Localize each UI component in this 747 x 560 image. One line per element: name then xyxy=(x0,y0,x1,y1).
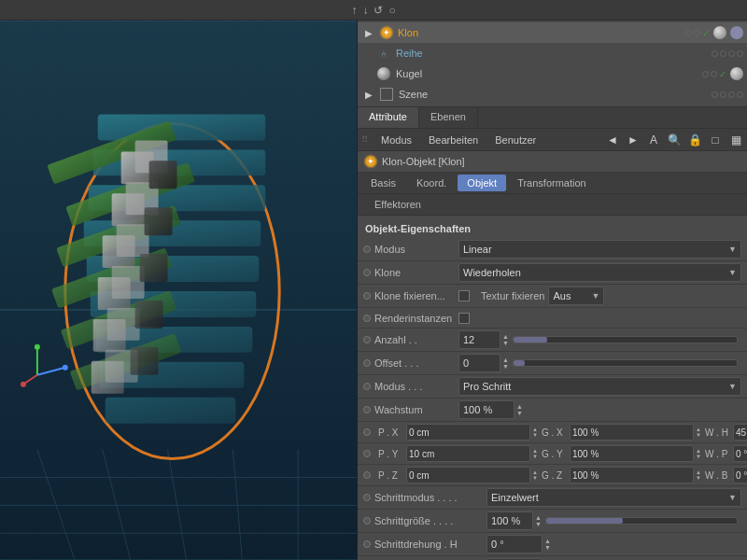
textur-select[interactable]: Aus ▼ xyxy=(548,287,604,305)
svg-rect-25 xyxy=(112,266,145,299)
toolbar-modus[interactable]: Modus xyxy=(375,133,417,147)
wp-input[interactable] xyxy=(733,445,747,462)
anzahl-up[interactable]: ▲ xyxy=(502,333,509,340)
prop-fixieren-row: Klone fixieren... Textur fixieren Aus ▼ xyxy=(358,285,747,308)
schrittmodus-value: Einzelwert xyxy=(491,492,539,503)
check-icon: ✓ xyxy=(702,28,710,38)
forward-icon[interactable]: ► xyxy=(626,133,641,147)
prop-klone: Klone Wiederholen ▼ xyxy=(358,261,747,285)
top-icon-up[interactable]: ↑ xyxy=(351,4,357,17)
sub-tab-effektoren[interactable]: Effektoren xyxy=(365,196,430,213)
obj-header-title: Klon-Objekt [Klon] xyxy=(382,156,465,167)
py-cell: P . Y ▲ ▼ xyxy=(378,445,538,462)
schrittdrehung-h-dot xyxy=(363,540,371,548)
klone-select[interactable]: Wiederholen ▼ xyxy=(458,263,741,282)
wachstum-up[interactable]: ▲ xyxy=(516,403,523,410)
prop-py-row: P . Y ▲ ▼ G . Y ▲ ▼ xyxy=(358,443,747,465)
offset-input[interactable] xyxy=(458,354,500,372)
wb-input[interactable] xyxy=(733,467,747,483)
schrittgroesse-slider[interactable] xyxy=(545,517,738,525)
svg-point-38 xyxy=(63,365,68,371)
pz-down[interactable]: ▼ xyxy=(532,475,538,481)
prop-schrittmodus: Schrittmodus . . . . Einzelwert ▼ xyxy=(358,486,747,510)
modus-select[interactable]: Linear ▼ xyxy=(458,240,741,259)
right-panel: ▶ ✦ Klon ✓ ⑃ Reihe xyxy=(358,21,747,560)
schrittmodus-select[interactable]: Einzelwert ▼ xyxy=(486,488,741,507)
wachstum-down[interactable]: ▼ xyxy=(516,410,523,416)
kugel-dots: ✓ xyxy=(702,67,743,80)
lock-icon[interactable]: 🔒 xyxy=(687,133,702,147)
svg-rect-30 xyxy=(149,161,177,189)
gy-input[interactable] xyxy=(570,445,694,462)
px-input[interactable] xyxy=(406,424,530,441)
tree-item-kugel[interactable]: Kugel ✓ xyxy=(358,63,747,84)
wh-input[interactable] xyxy=(733,424,747,441)
prop-schrittdrehung-p: Schrittdrehung . P ▲ ▼ xyxy=(358,556,747,560)
offset-slider[interactable] xyxy=(513,359,738,367)
main-tabs: Attribute Ebenen xyxy=(358,107,747,129)
wachstum-input[interactable] xyxy=(458,400,514,419)
search-icon[interactable]: 🔍 xyxy=(667,133,682,147)
szene-expand-icon: ▶ xyxy=(361,87,376,102)
sub-tab-koord[interactable]: Koord. xyxy=(407,175,456,191)
top-icon-circle[interactable]: ○ xyxy=(388,4,395,17)
sub-tab-objekt[interactable]: Objekt xyxy=(458,175,506,191)
schrittdrehung-h-input[interactable] xyxy=(486,535,543,553)
gy-down[interactable]: ▼ xyxy=(696,454,701,459)
tab-attribute[interactable]: Attribute xyxy=(358,107,419,128)
modus-arrow: ▼ xyxy=(728,245,737,254)
anzahl-input[interactable] xyxy=(458,330,500,349)
schrittgroesse-slider-fill xyxy=(546,518,623,524)
schrittgroesse-input[interactable] xyxy=(486,511,533,530)
anzahl-label: Anzahl . . xyxy=(374,334,458,345)
gx-input[interactable] xyxy=(570,424,694,441)
top-icon-refresh[interactable]: ↺ xyxy=(374,4,383,17)
reihe-icon: ⑃ xyxy=(376,46,391,61)
pz-input[interactable] xyxy=(406,467,530,483)
szene-icon xyxy=(379,87,394,102)
tree-item-klon[interactable]: ▶ ✦ Klon ✓ xyxy=(358,22,747,43)
gz-input[interactable] xyxy=(570,467,694,483)
prop-modus: Modus Linear ▼ xyxy=(358,238,747,261)
schrittdrehung-h-up[interactable]: ▲ xyxy=(544,538,551,544)
px-down[interactable]: ▼ xyxy=(532,432,538,438)
attr-toolbar: ⠿ Modus Bearbeiten Benutzer ◄ ► A 🔍 🔒 □ … xyxy=(358,129,747,151)
top-icon-down[interactable]: ↓ xyxy=(362,4,368,17)
schrittmodus-dot xyxy=(363,494,371,501)
gz-down[interactable]: ▼ xyxy=(696,475,701,481)
renderinstanzen-check[interactable] xyxy=(458,313,470,324)
pz-cell: P . Z ▲ ▼ xyxy=(378,467,538,483)
gx-label: G . X xyxy=(542,427,568,438)
home-icon[interactable]: A xyxy=(646,133,661,147)
modus2-arrow: ▼ xyxy=(728,382,737,391)
offset-up[interactable]: ▲ xyxy=(502,357,509,363)
schrittgroesse-up[interactable]: ▲ xyxy=(535,514,542,521)
sub-tab-transformation[interactable]: Transformation xyxy=(508,175,596,191)
3d-viewport[interactable] xyxy=(0,21,358,560)
back-icon[interactable]: ◄ xyxy=(605,133,620,147)
layout-icon1[interactable]: □ xyxy=(708,133,723,147)
schrittdrehung-h-down[interactable]: ▼ xyxy=(544,544,551,551)
px-arrows: ▲ ▼ xyxy=(532,427,538,438)
anzahl-down[interactable]: ▼ xyxy=(502,340,509,346)
tab-ebenen[interactable]: Ebenen xyxy=(419,107,478,128)
kugel-sphere xyxy=(730,67,743,80)
layout-icon2[interactable]: ▦ xyxy=(728,133,743,147)
modus2-select[interactable]: Pro Schritt ▼ xyxy=(458,377,741,396)
tree-item-szene[interactable]: ▶ Szene xyxy=(358,84,747,105)
sub-tab-basis[interactable]: Basis xyxy=(361,175,405,191)
anzahl-slider[interactable] xyxy=(513,336,738,343)
py-down[interactable]: ▼ xyxy=(532,454,538,459)
schrittgroesse-down[interactable]: ▼ xyxy=(535,521,542,527)
gx-down[interactable]: ▼ xyxy=(696,432,701,438)
toolbar-benutzer[interactable]: Benutzer xyxy=(489,133,542,147)
toolbar-bearbeiten[interactable]: Bearbeiten xyxy=(423,133,484,147)
prop-pz-row: P . Z ▲ ▼ G . Z ▲ ▼ xyxy=(358,465,747,486)
prop-schrittgroesse: Schrittgröße . . . . ▲ ▼ xyxy=(358,510,747,533)
py-input[interactable] xyxy=(406,445,530,462)
properties-area: Objekt-Eigenschaften Modus Linear ▼ Klon… xyxy=(358,216,747,560)
klone-fixieren-check[interactable] xyxy=(458,290,470,301)
schrittdrehung-h-arrows: ▲ ▼ xyxy=(544,538,551,551)
offset-down[interactable]: ▼ xyxy=(502,363,509,370)
tree-item-reihe[interactable]: ⑃ Reihe xyxy=(358,43,747,63)
